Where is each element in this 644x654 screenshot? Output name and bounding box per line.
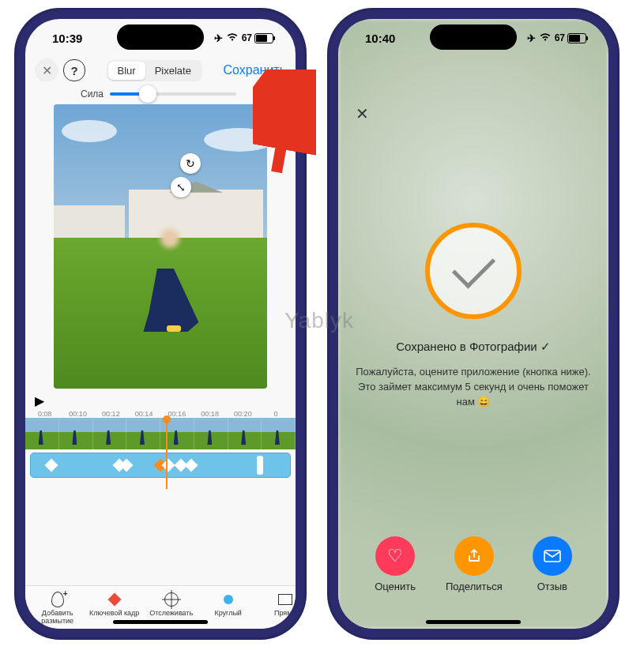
rate-button[interactable]: ♡ Оценить <box>375 536 416 592</box>
share-button[interactable]: Поделиться <box>446 536 503 592</box>
notch <box>430 24 517 50</box>
timeline-ruler: 0:08 00:10 00:12 00:14 00:16 00:18 00:20… <box>25 410 296 418</box>
airplane-icon: ✈ <box>527 32 536 44</box>
blur-mode-segment[interactable]: Blur Pixelate <box>107 60 202 81</box>
saved-title: Сохранено в Фотографии ✓ <box>396 340 551 354</box>
strength-label: Сила <box>81 88 104 100</box>
battery-icon: 67 <box>242 32 273 43</box>
segment-blur[interactable]: Blur <box>108 62 145 80</box>
segment-pixelate[interactable]: Pixelate <box>145 62 201 80</box>
home-indicator[interactable] <box>426 620 521 624</box>
home-indicator[interactable] <box>113 620 208 624</box>
track-end-handle[interactable] <box>257 456 263 475</box>
wifi-icon <box>539 32 552 44</box>
battery-icon: 67 <box>555 32 586 43</box>
resize-handle-icon[interactable]: ⤡ <box>171 177 191 197</box>
phone-right: 10:40 ✈ 67 ✕ Сохранено в Фот <box>327 8 620 640</box>
help-button[interactable]: ? <box>63 59 85 81</box>
tool-add-blur[interactable]: Добавить размытие <box>29 591 86 626</box>
save-button[interactable]: Сохранить <box>223 63 286 77</box>
heart-icon: ♡ <box>375 536 415 576</box>
phone-left: 10:39 ✈ 67 ✕ ? Blu <box>14 8 307 640</box>
slider-thumb[interactable] <box>139 85 156 103</box>
close-button[interactable]: ✕ <box>356 104 369 123</box>
mail-icon <box>533 536 572 576</box>
svg-rect-0 <box>544 551 560 562</box>
playhead[interactable] <box>166 418 168 489</box>
strength-slider[interactable] <box>110 92 236 96</box>
timeline-thumbnails[interactable] <box>25 418 296 449</box>
tool-round[interactable]: Круглый <box>200 591 257 626</box>
keyframe-track[interactable] <box>30 453 291 478</box>
status-time: 10:39 <box>52 32 82 45</box>
rotate-handle-icon[interactable]: ↻ <box>180 153 201 174</box>
saved-description: Пожалуйста, оцените приложение (кнопка н… <box>356 365 591 410</box>
close-button[interactable]: ✕ <box>35 58 58 82</box>
wifi-icon <box>226 32 239 44</box>
tool-rect[interactable]: Прямо <box>257 591 296 626</box>
blur-region[interactable] <box>160 229 179 248</box>
feedback-button[interactable]: Отзыв <box>533 536 572 592</box>
airplane-icon: ✈ <box>214 32 223 44</box>
status-time: 10:40 <box>365 32 395 45</box>
play-button[interactable]: ▶ <box>35 394 44 408</box>
notch <box>117 24 204 50</box>
video-preview[interactable]: ↻ ⤡ <box>54 104 267 389</box>
success-check-icon <box>425 223 522 319</box>
share-icon <box>454 536 494 576</box>
